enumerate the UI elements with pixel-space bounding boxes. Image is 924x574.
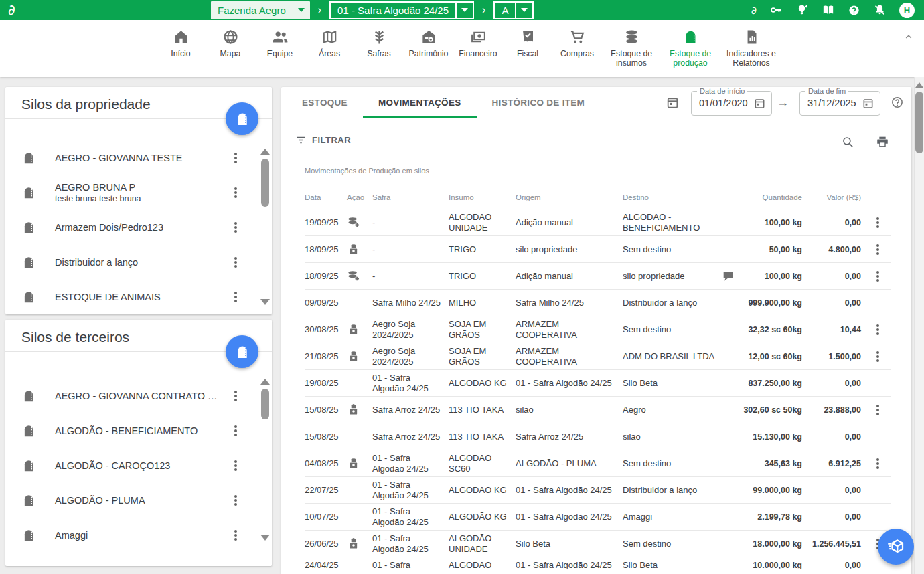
help-outline-icon[interactable] [891, 96, 904, 109]
property-list-scrollbar[interactable] [260, 149, 270, 309]
silo-list-item[interactable]: AEGRO - GIOVANNA CONTRATO … [5, 379, 272, 413]
invite-icon[interactable]: ∂ [751, 4, 757, 17]
notifications-off-icon[interactable] [873, 3, 887, 17]
third-party-list-scrollbar[interactable] [260, 379, 270, 546]
nav-item-estoque-producao[interactable]: Estoque de produção [661, 29, 720, 68]
breadcrumb-separator: › [318, 4, 321, 16]
print-icon [876, 135, 889, 149]
silo-menu-button[interactable] [228, 185, 244, 201]
nav-item-equipe[interactable]: Equipe [255, 29, 305, 58]
date-end-value[interactable]: 31/12/2025 [807, 98, 856, 108]
add-third-party-silo-button[interactable] [226, 335, 258, 368]
plot-select-caret[interactable] [515, 3, 532, 18]
nav-item-fiscal[interactable]: Fiscal [503, 29, 552, 58]
silo-menu-button[interactable] [228, 150, 244, 166]
nav-item-compras[interactable]: Compras [552, 29, 602, 58]
calendar-icon[interactable] [666, 96, 680, 110]
page-scrollbar[interactable] [914, 77, 924, 574]
scroll-up-icon[interactable] [260, 379, 270, 385]
silo-menu-button[interactable] [228, 423, 244, 439]
comment-icon[interactable] [722, 270, 735, 282]
banknote-icon [470, 29, 487, 45]
tab-historico-item[interactable]: HISTÓRICO DE ITEM [477, 87, 601, 118]
scroll-up-icon[interactable] [915, 82, 923, 88]
row-menu-button[interactable] [870, 402, 886, 418]
lightbulb-plus-icon[interactable] [795, 3, 809, 17]
new-movement-fab[interactable] [878, 529, 914, 565]
user-avatar[interactable]: H [899, 3, 915, 18]
scroll-up-icon[interactable] [260, 149, 270, 155]
stock-add-icon [347, 269, 361, 283]
search-button[interactable] [838, 132, 857, 151]
filter-button[interactable]: FILTRAR [295, 134, 351, 147]
scrollbar-thumb[interactable] [261, 389, 269, 419]
row-menu-button[interactable] [870, 456, 886, 472]
date-end-label: Data de fim [805, 87, 848, 95]
calendar-icon[interactable] [753, 97, 766, 110]
scrollbar-thumb[interactable] [915, 92, 923, 153]
third-party-silos-card: Silos de terceiros AEGRO - GIOVANNA CONT… [5, 320, 272, 566]
silo-menu-button[interactable] [228, 527, 244, 543]
silo-list-item[interactable]: Armazem Dois/Pedro123 [5, 210, 272, 245]
farm-select[interactable]: Fazenda Aegro [211, 1, 310, 19]
silo-menu-button[interactable] [228, 254, 244, 270]
silo-menu-button[interactable] [228, 458, 244, 474]
nav-item-estoque-insumos[interactable]: Estoque de insumos [602, 29, 661, 68]
silo-list-item[interactable]: Amaggi [5, 518, 272, 553]
weighing-icon [347, 403, 360, 417]
print-button[interactable] [873, 132, 892, 151]
scrollbar-thumb[interactable] [261, 159, 269, 207]
season-select[interactable]: 01 - Safra Algodão 24/25 [329, 1, 474, 19]
row-menu-button[interactable] [870, 215, 886, 231]
aegro-logo-icon[interactable]: ∂ [8, 0, 15, 20]
help-icon[interactable] [848, 4, 860, 17]
row-menu-button[interactable] [870, 349, 886, 365]
shipping-cube-icon [886, 537, 906, 557]
calendar-icon[interactable] [862, 97, 874, 110]
nav-item-inicio[interactable]: Início [156, 29, 206, 58]
home-icon [173, 29, 189, 45]
key-icon[interactable] [769, 3, 783, 17]
nav-item-mapa[interactable]: Mapa [206, 29, 255, 58]
weighing-icon [347, 537, 360, 551]
kebab-icon [234, 499, 237, 502]
nav-item-patrimonio[interactable]: Patrimônio [404, 29, 453, 58]
season-select-caret[interactable] [455, 3, 473, 18]
silo-list-item[interactable]: AEGRO - GIOVANNA TESTE [5, 140, 272, 175]
nav-item-financeiro[interactable]: Financeiro [453, 29, 503, 58]
kebab-icon [234, 296, 237, 298]
silo-menu-button[interactable] [228, 289, 244, 305]
date-start-label: Data de início [697, 87, 747, 95]
caret-down-icon [461, 8, 468, 12]
date-start-field[interactable]: Data de início 01/01/2020 [691, 91, 772, 116]
date-end-field[interactable]: Data de fim 31/12/2025 [799, 91, 880, 116]
date-start-value[interactable]: 01/01/2020 [699, 98, 748, 108]
scroll-down-icon[interactable] [260, 299, 270, 305]
plot-select[interactable]: A [493, 1, 534, 19]
kebab-icon [234, 226, 237, 229]
nav-item-indicadores[interactable]: Indicadores e Relatórios [720, 29, 783, 68]
silo-list-item[interactable]: ALGODÃO - CAROÇO123 [5, 448, 272, 483]
tab-estoque[interactable]: ESTOQUE [287, 87, 363, 118]
silo-list-item[interactable]: ALGODÃO - BENEFICIAMENTO [5, 413, 272, 448]
silo-list-item[interactable]: ESTOQUE DE ANIMAIS [5, 280, 272, 314]
silo-list-item[interactable]: ALGODÃO - PLUMA [5, 483, 272, 518]
silo-list-item[interactable]: AEGRO BRUNA Pteste bruna teste bruna [5, 175, 272, 210]
caret-down-icon [298, 8, 305, 12]
library-book-icon[interactable] [822, 3, 835, 17]
nav-item-areas[interactable]: Áreas [305, 29, 354, 58]
silo-list-item[interactable]: Distribuidor a lanço [5, 245, 272, 280]
collapse-nav-icon[interactable] [903, 31, 915, 43]
row-menu-button[interactable] [870, 268, 886, 284]
row-menu-button[interactable] [870, 322, 886, 338]
table-row: 18/09/25 - TRIGO silo propriedade Sem de… [305, 235, 891, 262]
farm-select-caret[interactable] [293, 1, 310, 19]
nav-item-safras[interactable]: Safras [354, 29, 404, 58]
scroll-down-icon[interactable] [260, 535, 270, 541]
silo-menu-button[interactable] [228, 492, 244, 508]
add-property-silo-button[interactable] [226, 102, 258, 135]
silo-menu-button[interactable] [228, 388, 244, 404]
tab-movimentacoes[interactable]: MOVIMENTAÇÕES [363, 87, 477, 118]
row-menu-button[interactable] [870, 242, 886, 258]
silo-menu-button[interactable] [228, 219, 244, 235]
